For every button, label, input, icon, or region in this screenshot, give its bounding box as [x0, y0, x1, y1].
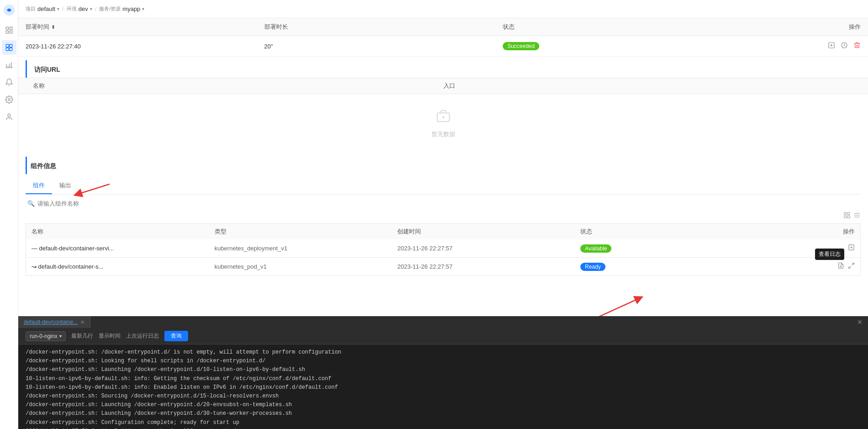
component-tabs: 组件 输出	[26, 178, 861, 195]
topnav: 项目 default ▾ / 环境 dev ▾ / 服务/资源 myapp ▾	[18, 0, 868, 18]
bell-icon[interactable]	[2, 75, 16, 90]
nav-sep-1: /	[62, 5, 64, 12]
user-icon[interactable]	[2, 110, 16, 124]
comp-name-header: 名称	[32, 228, 215, 236]
status-badge: Succeeded	[503, 42, 539, 50]
deploy-time-header[interactable]: 部署时间 ⬍	[26, 23, 264, 31]
grid-view-icon[interactable]	[843, 212, 851, 221]
comp-created-header: 创建时间	[397, 228, 580, 236]
log-line: /docker-entrypoint.sh: /docker-entrypoin…	[26, 348, 861, 357]
show-time-label: 显示时间	[99, 332, 121, 340]
log-line: /docker-entrypoint.sh: Launching /docker…	[26, 365, 861, 374]
env-value: dev	[79, 5, 88, 12]
env-label: 环境	[67, 5, 77, 12]
log-line: /docker-entrypoint.sh: Launching /docker…	[26, 409, 861, 418]
log-panel: default-dev/containe... ✕ ✕ run-0-nginx …	[18, 316, 868, 429]
component-row-1: — default-dev/container-servi... kuberne…	[26, 239, 861, 258]
view-detail-icon[interactable]	[828, 42, 835, 51]
svg-rect-23	[844, 212, 847, 215]
svg-point-14	[8, 99, 10, 101]
component-search-input[interactable]	[37, 200, 129, 207]
component-search-bar: 🔍	[26, 200, 861, 207]
select-arrow-icon: ▾	[59, 334, 62, 339]
url-entry-col: 入口	[443, 82, 854, 90]
page-content: 部署时间 ⬍ 部署时长 状态 操作 2023-11-26 22:27:40 20…	[18, 18, 868, 316]
service-value: myapp	[122, 5, 140, 12]
component-section: 组件信息 组件 输出 🔍	[18, 157, 868, 280]
comp-log-icon-2[interactable]	[837, 263, 844, 270]
url-section: 访问URL 名称 入口 暂无数据	[18, 57, 868, 157]
project-label: 项目	[26, 5, 36, 12]
svg-line-38	[589, 298, 639, 316]
deploy-status-header: 状态	[503, 23, 742, 31]
svg-rect-25	[844, 216, 847, 218]
empty-text: 暂无数据	[431, 130, 455, 138]
app-logo[interactable]	[3, 4, 16, 16]
log-panel-close-icon[interactable]: ✕	[852, 318, 868, 326]
svg-line-36	[849, 266, 851, 268]
log-tab-link[interactable]: default-dev/containe...	[24, 319, 78, 325]
svg-point-15	[8, 114, 11, 117]
log-content: /docker-entrypoint.sh: /docker-entrypoin…	[18, 344, 868, 429]
svg-rect-2	[10, 27, 12, 29]
service-label: 服务/资源	[99, 5, 121, 12]
comp-detail-icon-1[interactable]	[848, 244, 855, 253]
comp-expand-icon-2[interactable]	[848, 262, 855, 271]
comp-created-1: 2023-11-26 22:27:57	[397, 245, 580, 252]
env-selector[interactable]: dev ▾	[79, 5, 92, 12]
comp-status-1: Available	[580, 244, 763, 253]
nav-sep-2: /	[95, 5, 97, 12]
grid-icon[interactable]	[2, 23, 16, 37]
svg-rect-5	[6, 44, 9, 47]
sort-icon: ⬍	[51, 24, 55, 30]
settings-icon[interactable]	[2, 92, 16, 107]
tab-output[interactable]: 输出	[52, 178, 79, 194]
list-view-icon[interactable]	[853, 212, 861, 221]
chart-icon[interactable]	[2, 58, 16, 72]
deploy-table-row: 2023-11-26 22:27:40 20'' Succeeded	[18, 36, 868, 57]
ready-badge: Ready	[580, 263, 605, 271]
component-table-tools	[26, 212, 861, 221]
component-section-wrap: 组件信息 组件 输出 🔍	[18, 157, 868, 280]
empty-icon	[436, 109, 451, 127]
comp-created-2: 2023-11-26 22:27:57	[397, 263, 580, 270]
svg-line-35	[852, 263, 854, 265]
latest-rows-label: 最新几行	[71, 332, 93, 340]
comp-status-2: Ready	[580, 263, 763, 271]
log-tab-close-icon[interactable]: ✕	[80, 319, 84, 325]
project-selector[interactable]: default ▾	[37, 5, 59, 12]
url-section-title: 访问URL	[34, 66, 60, 73]
log-line: 10-listen-on-ipv6-by-default.sh: info: E…	[26, 383, 861, 392]
delete-icon[interactable]	[853, 42, 861, 51]
svg-rect-26	[847, 216, 850, 218]
svg-rect-4	[10, 31, 12, 33]
svg-rect-6	[9, 44, 12, 47]
log-tab-item[interactable]: default-dev/containe... ✕	[18, 316, 90, 328]
service-arrow-icon: ▾	[142, 6, 144, 11]
last-run-label: 上次运行日志	[126, 332, 159, 340]
comp-status-header: 状态	[580, 228, 763, 236]
dashboard-icon[interactable]	[2, 40, 16, 55]
history-icon[interactable]	[841, 42, 848, 51]
component-row-2: ↝ default-dev/container-s... kubernetes_…	[26, 258, 861, 276]
env-arrow-icon: ▾	[90, 6, 92, 11]
component-table-header: 名称 类型 创建时间 状态 操作	[26, 223, 861, 239]
comp-name-1: — default-dev/container-servi...	[32, 245, 215, 252]
url-name-col: 名称	[33, 82, 443, 90]
log-line: 10-listen-on-ipv6-by-default.sh: info: G…	[26, 375, 861, 383]
svg-rect-1	[6, 27, 8, 29]
log-tooltip-wrap: 查看日志	[837, 262, 844, 271]
deploy-action-cell	[742, 42, 861, 51]
comp-type-1: kubernetes_deployment_v1	[215, 245, 398, 252]
tab-component[interactable]: 组件	[26, 178, 52, 194]
comp-action-2: 查看日志	[763, 262, 855, 271]
deploy-status-cell: Succeeded	[503, 42, 742, 50]
log-line: /docker-entrypoint.sh: Configuration com…	[26, 418, 861, 427]
service-selector[interactable]: myapp ▾	[122, 5, 144, 12]
container-select[interactable]: run-0-nginx ▾	[26, 331, 66, 341]
container-select-value: run-0-nginx	[30, 333, 58, 339]
log-line: /docker-entrypoint.sh: Sourcing /docker-…	[26, 392, 861, 401]
project-value: default	[37, 5, 55, 12]
query-button[interactable]: 查询	[164, 331, 188, 341]
svg-rect-7	[6, 48, 9, 51]
